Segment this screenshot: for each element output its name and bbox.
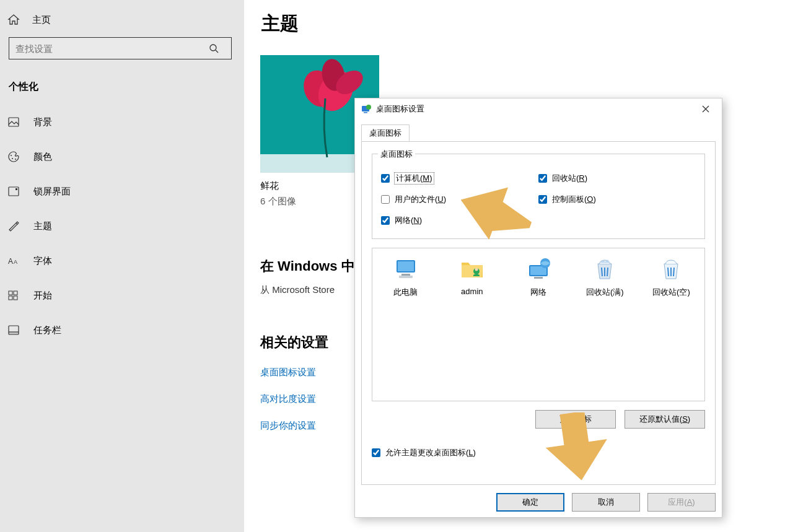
sidebar-item-taskbar[interactable]: 任务栏 <box>0 313 244 347</box>
check-allow-themes-input[interactable] <box>372 448 380 457</box>
check-controlpanel[interactable]: 控制面板(O) <box>538 189 696 210</box>
search-input[interactable] <box>9 43 209 54</box>
check-allow-themes[interactable]: 允许主题更改桌面图标(L) <box>372 442 705 463</box>
check-computer-input[interactable] <box>381 174 390 183</box>
sidebar-item-label: 字体 <box>33 255 52 267</box>
sidebar-item-lockscreen[interactable]: 锁屏界面 <box>0 174 244 209</box>
settings-sidebar: 主页 个性化 背景 颜色 锁屏界面 主题 AA 字体 开始 任务栏 <box>0 0 244 532</box>
svg-rect-2 <box>9 118 19 126</box>
dialog-titlebar: 桌面图标设置 <box>355 98 722 119</box>
sidebar-item-label: 开始 <box>33 290 52 302</box>
start-icon <box>7 289 20 302</box>
check-userfiles-input[interactable] <box>381 195 390 204</box>
recyclebin-full-icon <box>590 257 620 282</box>
svg-point-33 <box>475 268 478 271</box>
dialog-body: 桌面图标 计算机(M) 用户的文件(U) 网络(N) <box>361 141 716 485</box>
check-recyclebin-input[interactable] <box>538 174 547 183</box>
nav-home[interactable]: 主页 <box>0 0 244 35</box>
checkbox-group: 计算机(M) 用户的文件(U) 网络(N) 回收站(R) <box>372 154 705 239</box>
page-title: 主题 <box>261 11 798 37</box>
svg-rect-29 <box>398 261 414 271</box>
svg-rect-24 <box>364 112 367 113</box>
theme-icon <box>7 220 20 232</box>
sidebar-item-label: 颜色 <box>33 151 52 163</box>
network-icon <box>524 257 553 282</box>
icon-cell-user[interactable]: admin <box>445 256 499 393</box>
taskbar-icon <box>7 324 20 336</box>
sidebar-section-title: 个性化 <box>0 64 244 105</box>
icon-cell-label: 此电脑 <box>379 287 432 298</box>
search-icon <box>209 43 231 53</box>
search-wrap <box>0 35 244 64</box>
icon-cell-recyclebin-empty[interactable]: 回收站(空) <box>644 256 698 393</box>
restore-default-button[interactable]: 还原默认值(S) <box>625 410 705 429</box>
svg-rect-11 <box>14 291 17 295</box>
palette-icon <box>7 150 20 163</box>
check-controlpanel-input[interactable] <box>538 195 547 204</box>
check-network-label: 网络(N) <box>395 215 422 226</box>
lockscreen-icon <box>7 185 20 198</box>
user-folder-icon <box>457 257 487 282</box>
svg-line-1 <box>216 50 218 53</box>
icon-cell-thispc[interactable]: 此电脑 <box>379 256 432 393</box>
svg-rect-37 <box>534 277 543 279</box>
check-recyclebin-label: 回收站(R) <box>552 173 587 184</box>
sidebar-item-label: 任务栏 <box>33 325 61 336</box>
svg-text:A: A <box>8 257 13 266</box>
svg-point-0 <box>210 45 216 51</box>
svg-text:A: A <box>14 259 17 265</box>
home-icon <box>7 14 20 26</box>
tab-desktop-icons[interactable]: 桌面图标 <box>361 124 410 141</box>
svg-point-5 <box>15 159 16 160</box>
sidebar-item-fonts[interactable]: AA 字体 <box>0 243 244 278</box>
sidebar-item-colors[interactable]: 颜色 <box>0 139 244 174</box>
svg-rect-10 <box>9 291 12 295</box>
desktop-icons-dialog: 桌面图标设置 桌面图标 桌面图标 计算机(M) 用户的文件(U) <box>354 98 722 518</box>
apply-button[interactable]: 应用(A) <box>647 493 716 512</box>
recyclebin-empty-icon <box>656 257 686 282</box>
icon-cell-label: 网络 <box>511 287 565 298</box>
check-userfiles[interactable]: 用户的文件(U) <box>381 189 538 210</box>
icon-preview-grid[interactable]: 此电脑 admin 网络 回收站(满) <box>372 248 705 401</box>
pc-icon <box>391 257 421 282</box>
icon-cell-label: 回收站(满) <box>578 287 632 298</box>
svg-point-25 <box>366 105 371 110</box>
sidebar-item-label: 主题 <box>33 220 52 232</box>
check-recyclebin[interactable]: 回收站(R) <box>538 168 696 189</box>
sidebar-item-start[interactable]: 开始 <box>0 278 244 313</box>
svg-rect-30 <box>401 274 410 276</box>
check-computer[interactable]: 计算机(M) <box>381 168 538 189</box>
dialog-tabs: 桌面图标 <box>361 124 716 141</box>
font-icon: AA <box>7 255 20 267</box>
ok-button[interactable]: 确定 <box>496 493 564 512</box>
svg-rect-7 <box>15 188 17 190</box>
check-network-input[interactable] <box>381 216 390 225</box>
check-computer-label: 计算机(M) <box>395 173 434 184</box>
dialog-title-icon <box>361 104 371 114</box>
search-box[interactable] <box>9 37 232 59</box>
dialog-button-row: 确定 取消 应用(A) <box>355 487 722 517</box>
icon-cell-label: admin <box>445 287 499 296</box>
svg-rect-31 <box>399 276 413 278</box>
svg-rect-12 <box>9 296 12 300</box>
icon-cell-label: 回收站(空) <box>644 287 698 298</box>
group-label: 桌面图标 <box>378 149 415 160</box>
sidebar-item-themes[interactable]: 主题 <box>0 209 244 243</box>
sidebar-item-label: 背景 <box>33 116 52 128</box>
sidebar-item-label: 锁屏界面 <box>33 186 71 198</box>
check-network[interactable]: 网络(N) <box>381 210 538 231</box>
svg-point-4 <box>12 158 13 159</box>
dialog-close-button[interactable] <box>692 100 719 118</box>
change-icon-button[interactable]: 更改图标 <box>535 410 616 429</box>
cancel-button[interactable]: 取消 <box>572 493 640 512</box>
picture-icon <box>7 116 20 128</box>
check-controlpanel-label: 控制面板(O) <box>552 194 596 205</box>
icon-cell-recyclebin-full[interactable]: 回收站(满) <box>578 256 632 393</box>
check-allow-themes-label: 允许主题更改桌面图标(L) <box>385 447 476 458</box>
svg-rect-13 <box>14 296 17 300</box>
nav-home-label: 主页 <box>32 14 51 26</box>
sidebar-item-background[interactable]: 背景 <box>0 105 244 139</box>
check-userfiles-label: 用户的文件(U) <box>395 194 446 205</box>
icon-cell-network[interactable]: 网络 <box>511 256 565 393</box>
svg-point-3 <box>11 155 12 156</box>
